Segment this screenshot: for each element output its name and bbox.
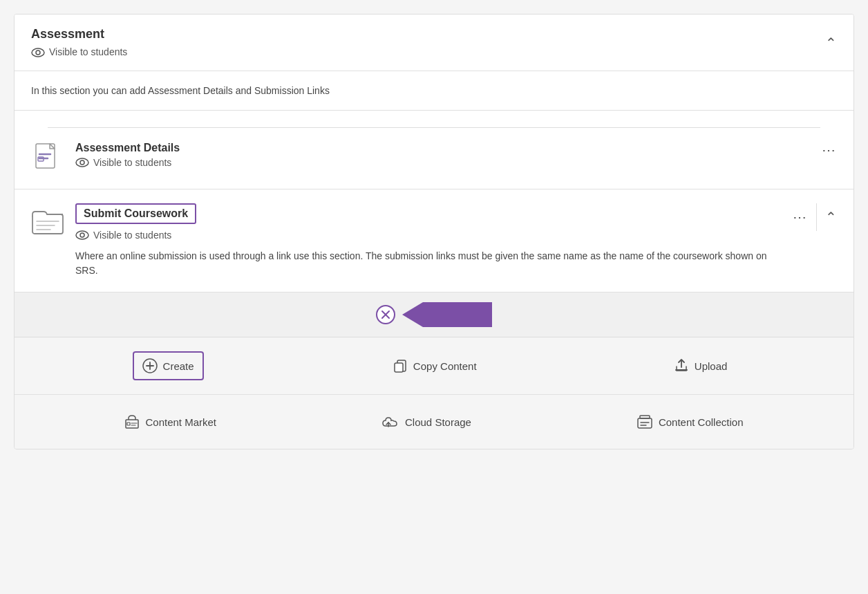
assessment-details-row: Assessment Details Visible to students ⋯	[15, 128, 853, 189]
svg-point-7	[80, 160, 84, 165]
assessment-visible-text: Visible to students	[49, 46, 127, 57]
upload-button[interactable]: Upload	[666, 353, 736, 379]
submit-coursework-content: Submit Coursework Visible to students Wh…	[75, 203, 782, 278]
vertical-divider	[816, 203, 817, 231]
submit-coursework-description: Where an online submission is used throu…	[75, 249, 782, 278]
upload-label: Upload	[695, 360, 728, 372]
cloud-storage-button[interactable]: Cloud Storage	[373, 409, 480, 434]
assessment-details-icon	[31, 142, 64, 175]
svg-point-6	[76, 158, 88, 167]
svg-point-1	[36, 50, 40, 55]
svg-rect-31	[640, 416, 650, 418]
collapse-chevron-icon[interactable]: ⌃	[825, 35, 837, 51]
close-button[interactable]	[376, 305, 395, 324]
svg-rect-21	[395, 363, 403, 372]
assessment-header-left: Assessment Visible to students	[31, 27, 127, 58]
submit-coursework-title: Submit Coursework	[84, 207, 188, 219]
copy-content-button[interactable]: Copy Content	[384, 353, 485, 379]
submit-coursework-menu-icon[interactable]: ⋯	[793, 209, 808, 225]
content-collection-icon	[636, 414, 653, 429]
assessment-details-actions: ⋯	[822, 142, 837, 158]
submit-coursework-visible-text: Visible to students	[93, 230, 171, 241]
eye-icon	[31, 46, 45, 58]
assessment-details-title: Assessment Details	[75, 142, 811, 154]
content-collection-button[interactable]: Content Collection	[628, 409, 752, 435]
content-market-icon	[124, 414, 140, 429]
create-button[interactable]: Create	[133, 351, 204, 380]
svg-marker-16	[402, 302, 492, 327]
arrow-section	[15, 293, 853, 337]
main-container: Assessment Visible to students ⌃ In this…	[14, 14, 854, 449]
cloud-storage-label: Cloud Storage	[405, 416, 471, 428]
create-icon	[142, 358, 158, 373]
toolbar: Create Copy Content Upload	[15, 337, 853, 449]
svg-rect-30	[638, 418, 652, 428]
assessment-header: Assessment Visible to students ⌃	[15, 15, 853, 71]
svg-rect-24	[127, 423, 130, 425]
description-section: In this section you can add Assessment D…	[15, 71, 853, 111]
submit-coursework-actions: ⋯ ⌃	[793, 203, 837, 231]
assessment-details-menu-icon[interactable]: ⋯	[822, 142, 837, 158]
description-text: In this section you can add Assessment D…	[31, 85, 330, 96]
purple-arrow-icon	[402, 302, 492, 327]
submit-coursework-collapse-icon[interactable]: ⌃	[825, 209, 837, 225]
upload-icon	[674, 358, 689, 373]
svg-rect-23	[126, 420, 138, 428]
submit-coursework-row: Submit Coursework Visible to students Wh…	[15, 189, 853, 293]
assessment-details-visible-text: Visible to students	[93, 157, 171, 168]
svg-point-13	[80, 233, 84, 237]
content-collection-label: Content Collection	[659, 416, 744, 428]
assessment-visible-label: Visible to students	[31, 46, 127, 58]
cloud-storage-icon	[381, 415, 399, 429]
submit-coursework-title-box: Submit Coursework	[75, 203, 196, 224]
content-market-button[interactable]: Content Market	[116, 409, 225, 435]
toolbar-row-1: Create Copy Content Upload	[15, 337, 853, 395]
toolbar-row-2: Content Market Cloud Storage	[15, 395, 853, 449]
copy-content-icon	[393, 358, 408, 373]
assessment-details-visible: Visible to students	[75, 157, 811, 168]
submit-coursework-visible: Visible to students	[75, 230, 782, 241]
svg-point-0	[32, 48, 44, 57]
svg-point-12	[76, 231, 88, 239]
content-market-label: Content Market	[145, 416, 216, 428]
create-label: Create	[163, 360, 194, 372]
assessment-details-info: Assessment Details Visible to students	[75, 142, 811, 168]
svg-rect-8	[32, 214, 63, 234]
copy-content-label: Copy Content	[413, 360, 477, 372]
submit-folder-icon	[31, 203, 64, 236]
assessment-title: Assessment	[31, 27, 127, 41]
